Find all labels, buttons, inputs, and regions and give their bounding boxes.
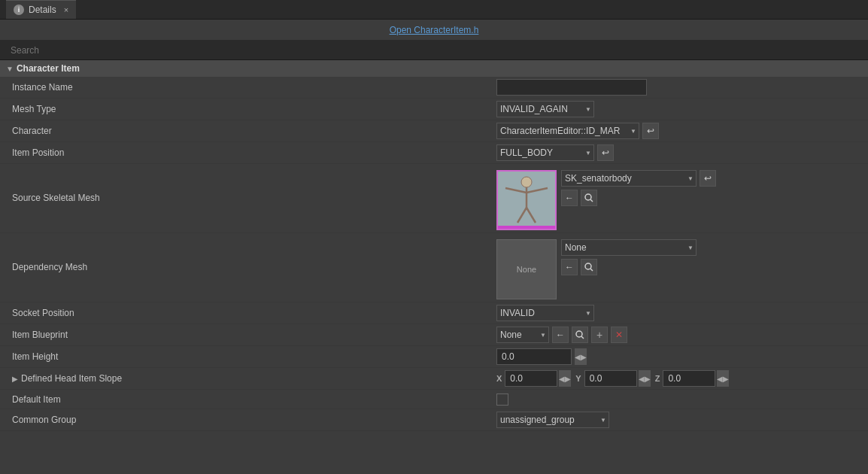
prop-row-dependency-mesh: Dependency Mesh None None ▼	[0, 233, 868, 302]
item-height-input[interactable]	[496, 348, 572, 365]
socket-position-dropdown[interactable]: INVALID	[496, 305, 594, 321]
item-height-value: ◀▶	[496, 348, 868, 365]
item-height-label: Item Height	[0, 351, 496, 362]
search-icon	[584, 193, 593, 202]
slope-x-input[interactable]	[505, 370, 557, 387]
item-position-dropdown[interactable]: FULL_BODY	[496, 144, 594, 161]
instance-name-label: Instance Name	[0, 82, 496, 93]
item-position-reset-button[interactable]: ↩	[597, 144, 614, 161]
prop-row-instance-name: Instance Name	[0, 77, 868, 99]
svg-line-13	[581, 336, 584, 339]
prop-row-default-item: Default Item	[0, 390, 868, 409]
source-mesh-action-row: ←	[561, 190, 716, 206]
source-mesh-back-button[interactable]: ←	[561, 190, 578, 206]
section-title: Character Item	[17, 63, 80, 74]
dep-search-icon	[584, 263, 593, 272]
details-tab[interactable]: i Details ×	[6, 0, 76, 19]
properties-panel: ▼ Character Item Instance Name Mesh Type…	[0, 60, 868, 474]
default-item-label: Default Item	[0, 394, 496, 405]
header-bar: Open CharacterItem.h	[0, 20, 868, 41]
dependency-mesh-dropdown-row: None ▼	[561, 239, 697, 256]
item-height-drag-handle[interactable]: ◀▶	[575, 348, 587, 365]
source-mesh-reset-button[interactable]: ↩	[700, 170, 716, 187]
prop-row-item-height: Item Height ◀▶	[0, 346, 868, 368]
common-group-label: Common Group	[0, 415, 496, 425]
svg-point-12	[576, 331, 582, 337]
prop-row-socket-position: Socket Position INVALID ▼	[0, 302, 868, 324]
prop-row-source-skeletal-mesh: Source Skeletal Mesh	[0, 164, 868, 233]
source-mesh-dropdown[interactable]: SK_senatorbody	[561, 170, 697, 187]
source-mesh-reset-icon: ↩	[704, 173, 712, 184]
mesh-type-dropdown-wrapper: INVALID_AGAIN ▼	[496, 101, 594, 117]
svg-rect-7	[498, 226, 555, 229]
item-blueprint-back-button[interactable]: ←	[552, 327, 569, 343]
socket-position-label: Socket Position	[0, 308, 496, 318]
source-skeletal-mesh-thumbnail	[496, 170, 557, 230]
item-position-dropdown-wrapper: FULL_BODY ▼	[496, 144, 594, 161]
source-mesh-back-icon: ←	[565, 193, 574, 203]
defined-head-slope-expand-arrow[interactable]: ▶	[12, 375, 18, 383]
item-blueprint-clear-button[interactable]: ✕	[611, 327, 627, 343]
source-mesh-dropdown-row: SK_senatorbody ▼ ↩	[561, 170, 716, 187]
dependency-mesh-thumbnail: None	[496, 239, 557, 299]
character-reset-icon: ↩	[647, 126, 654, 136]
prop-row-character: Character CharacterItemEditor::ID_MAR ▼ …	[0, 120, 868, 142]
y-label: Y	[575, 374, 581, 383]
defined-head-item-slope-label: ▶ Defined Head Item Slope	[0, 373, 496, 384]
common-group-value: unassigned_group ▼	[496, 412, 868, 428]
slope-z-drag[interactable]: ◀▶	[717, 370, 729, 387]
prop-row-defined-head-item-slope: ▶ Defined Head Item Slope X ◀▶ Y ◀▶ Z ◀▶	[0, 368, 868, 390]
open-file-link[interactable]: Open CharacterItem.h	[390, 25, 479, 35]
source-skeletal-mesh-controls: SK_senatorbody ▼ ↩ ←	[561, 170, 716, 206]
dependency-mesh-label: Dependency Mesh	[0, 239, 496, 272]
defined-head-item-slope-value: X ◀▶ Y ◀▶ Z ◀▶	[496, 370, 868, 387]
item-blueprint-search-button[interactable]	[572, 327, 588, 343]
common-group-dropdown-wrapper: unassigned_group ▼	[496, 412, 609, 428]
character-value: CharacterItemEditor::ID_MAR ▼ ↩	[496, 123, 868, 139]
dependency-mesh-search-button[interactable]	[581, 259, 597, 275]
dependency-mesh-value: None None ▼ ←	[496, 239, 868, 299]
item-blueprint-dropdown-wrapper: None ▼	[496, 327, 549, 343]
dependency-mesh-combo: None None ▼ ←	[496, 239, 697, 299]
prop-row-mesh-type: Mesh Type INVALID_AGAIN ▼	[0, 99, 868, 120]
section-arrow: ▼	[6, 65, 14, 73]
character-reset-button[interactable]: ↩	[642, 123, 659, 139]
dependency-mesh-back-icon: ←	[565, 262, 574, 272]
section-header-character-item[interactable]: ▼ Character Item	[0, 60, 868, 77]
info-icon: i	[14, 5, 24, 15]
character-label: Character	[0, 126, 496, 136]
character-dropdown[interactable]: CharacterItemEditor::ID_MAR	[496, 123, 639, 139]
title-bar: i Details ×	[0, 0, 868, 20]
common-group-dropdown[interactable]: unassigned_group	[496, 412, 609, 428]
default-item-checkbox[interactable]	[496, 393, 508, 406]
instance-name-input[interactable]	[496, 79, 647, 96]
mesh-type-dropdown[interactable]: INVALID_AGAIN	[496, 101, 594, 117]
svg-point-1	[521, 177, 532, 187]
dependency-mesh-controls: None ▼ ←	[561, 239, 697, 275]
slope-y-drag[interactable]: ◀▶	[639, 370, 651, 387]
svg-point-10	[585, 263, 591, 269]
dependency-mesh-dropdown[interactable]: None	[561, 239, 697, 256]
xyz-row: X ◀▶ Y ◀▶ Z ◀▶	[496, 370, 729, 387]
slope-y-input[interactable]	[584, 370, 637, 387]
dependency-mesh-dropdown-wrapper: None ▼	[561, 239, 697, 256]
prop-row-common-group: Common Group unassigned_group ▼	[0, 409, 868, 431]
source-skeletal-mesh-combo: SK_senatorbody ▼ ↩ ←	[496, 170, 716, 230]
dependency-mesh-back-button[interactable]: ←	[561, 259, 578, 275]
slope-x-drag[interactable]: ◀▶	[559, 370, 571, 387]
source-skeletal-mesh-label: Source Skeletal Mesh	[0, 170, 496, 203]
x-label: X	[496, 374, 502, 383]
search-input[interactable]	[6, 42, 862, 59]
item-blueprint-add-button[interactable]: +	[591, 327, 608, 343]
close-tab-button[interactable]: ×	[64, 5, 68, 14]
svg-line-11	[590, 269, 593, 271]
source-mesh-dropdown-wrapper: SK_senatorbody ▼	[561, 170, 697, 187]
item-blueprint-dropdown[interactable]: None	[496, 327, 549, 343]
item-position-value: FULL_BODY ▼ ↩	[496, 144, 868, 161]
search-bar	[0, 41, 868, 60]
source-skeletal-mesh-value: SK_senatorbody ▼ ↩ ←	[496, 170, 868, 230]
slope-z-input[interactable]	[663, 370, 715, 387]
z-label: Z	[655, 374, 660, 383]
source-mesh-search-button[interactable]	[581, 190, 597, 206]
item-blueprint-value: None ▼ ← + ✕	[496, 327, 868, 343]
